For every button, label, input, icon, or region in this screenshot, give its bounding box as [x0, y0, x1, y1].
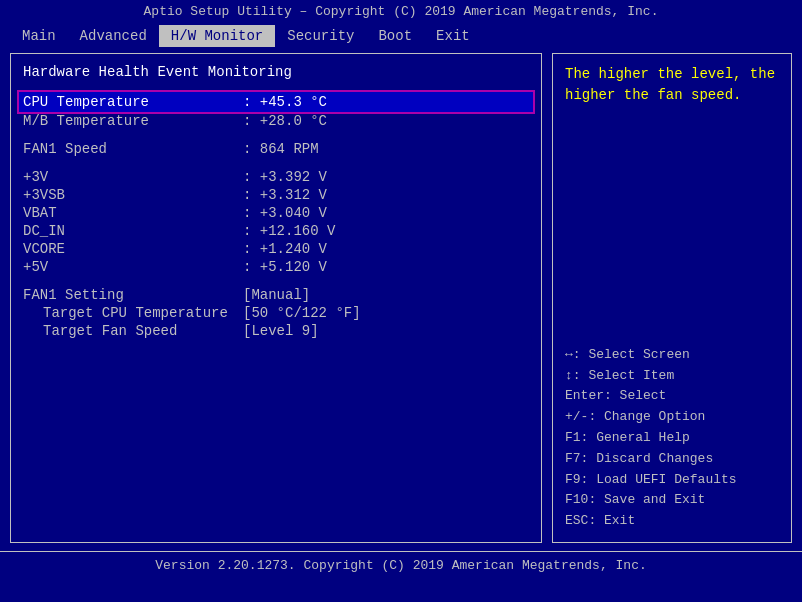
target-cpu-temp-label: Target CPU Temperature	[43, 305, 243, 321]
vcore-label: VCORE	[23, 241, 243, 257]
vbat-label: VBAT	[23, 205, 243, 221]
v3-label: +3V	[23, 169, 243, 185]
fan1-speed-row: FAN1 Speed : 864 RPM	[23, 140, 529, 158]
fan1-setting-row[interactable]: FAN1 Setting [Manual]	[23, 286, 529, 304]
key-help-item: Enter: Select	[565, 386, 779, 407]
key-help-item: F10: Save and Exit	[565, 490, 779, 511]
key-help-item: ESC: Exit	[565, 511, 779, 532]
menu-bar: MainAdvancedH/W MonitorSecurityBootExit	[0, 23, 802, 49]
vcore-row: VCORE : +1.240 V	[23, 240, 529, 258]
target-cpu-temp-value: [50 °C/122 °F]	[243, 305, 361, 321]
menu-item-h-w-monitor[interactable]: H/W Monitor	[159, 25, 275, 47]
key-help: ↔: Select Screen↕: Select ItemEnter: Sel…	[565, 345, 779, 532]
cpu-temperature-label: CPU Temperature	[23, 94, 243, 110]
v3vsb-label: +3VSB	[23, 187, 243, 203]
menu-item-security[interactable]: Security	[275, 25, 366, 47]
v3vsb-row: +3VSB : +3.312 V	[23, 186, 529, 204]
main-content: Hardware Health Event Monitoring CPU Tem…	[0, 53, 802, 543]
dcin-value: : +12.160 V	[243, 223, 335, 239]
footer-text: Version 2.20.1273. Copyright (C) 2019 Am…	[155, 558, 646, 573]
fan1-speed-label: FAN1 Speed	[23, 141, 243, 157]
key-help-item: F9: Load UEFI Defaults	[565, 470, 779, 491]
dcin-row: DC_IN : +12.160 V	[23, 222, 529, 240]
key-help-item: +/-: Change Option	[565, 407, 779, 428]
mb-temperature-label: M/B Temperature	[23, 113, 243, 129]
left-panel: Hardware Health Event Monitoring CPU Tem…	[10, 53, 542, 543]
spacer-3	[23, 276, 529, 286]
key-help-item: ↕: Select Item	[565, 366, 779, 387]
v3-row: +3V : +3.392 V	[23, 168, 529, 186]
target-fan-speed-row[interactable]: Target Fan Speed [Level 9]	[43, 322, 529, 340]
target-cpu-temp-row[interactable]: Target CPU Temperature [50 °C/122 °F]	[43, 304, 529, 322]
menu-item-advanced[interactable]: Advanced	[68, 25, 159, 47]
v5-value: : +5.120 V	[243, 259, 327, 275]
menu-item-exit[interactable]: Exit	[424, 25, 482, 47]
key-help-item: F1: General Help	[565, 428, 779, 449]
v5-label: +5V	[23, 259, 243, 275]
fan1-setting-label: FAN1 Setting	[23, 287, 243, 303]
footer: Version 2.20.1273. Copyright (C) 2019 Am…	[0, 551, 802, 579]
mb-temperature-value: : +28.0 °C	[243, 113, 327, 129]
key-help-item: ↔: Select Screen	[565, 345, 779, 366]
target-fan-speed-label: Target Fan Speed	[43, 323, 243, 339]
target-fan-speed-value: [Level 9]	[243, 323, 319, 339]
section-title: Hardware Health Event Monitoring	[23, 64, 529, 80]
v3vsb-value: : +3.312 V	[243, 187, 327, 203]
key-help-item: F7: Discard Changes	[565, 449, 779, 470]
fan1-setting-value: [Manual]	[243, 287, 310, 303]
spacer-1	[23, 130, 529, 140]
v3-value: : +3.392 V	[243, 169, 327, 185]
help-text: The higher the level, the higher the fan…	[565, 64, 779, 106]
menu-item-boot[interactable]: Boot	[366, 25, 424, 47]
right-panel: The higher the level, the higher the fan…	[552, 53, 792, 543]
title-bar: Aptio Setup Utility – Copyright (C) 2019…	[0, 0, 802, 23]
vcore-value: : +1.240 V	[243, 241, 327, 257]
spacer-2	[23, 158, 529, 168]
v5-row: +5V : +5.120 V	[23, 258, 529, 276]
vbat-row: VBAT : +3.040 V	[23, 204, 529, 222]
menu-item-main[interactable]: Main	[10, 25, 68, 47]
mb-temperature-row[interactable]: M/B Temperature : +28.0 °C	[23, 112, 529, 130]
app-title: Aptio Setup Utility – Copyright (C) 2019…	[144, 4, 659, 19]
cpu-temperature-row[interactable]: CPU Temperature : +45.3 °C	[19, 92, 533, 112]
dcin-label: DC_IN	[23, 223, 243, 239]
fan1-speed-value: : 864 RPM	[243, 141, 319, 157]
vbat-value: : +3.040 V	[243, 205, 327, 221]
cpu-temperature-value: : +45.3 °C	[243, 94, 327, 110]
